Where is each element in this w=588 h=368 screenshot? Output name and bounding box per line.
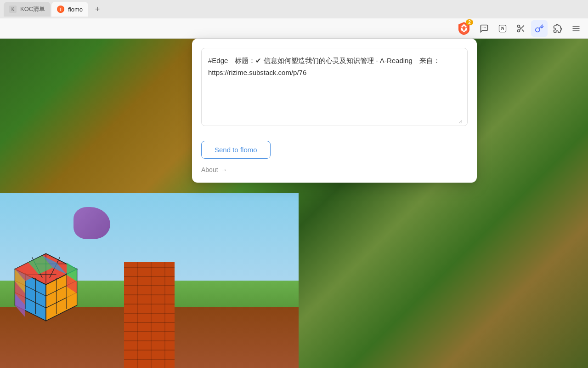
toolbar: 2 N <box>0 18 588 39</box>
notion-icon: N <box>498 24 507 33</box>
svg-line-36 <box>520 27 521 28</box>
svg-line-35 <box>522 29 524 32</box>
key-icon <box>535 24 544 33</box>
browser-chrome: K KOC清单 f flomo + <box>0 0 588 39</box>
svg-point-33 <box>518 29 520 32</box>
tab-koc-favicon: K <box>9 6 17 13</box>
brick-wall <box>124 262 175 368</box>
tab-flomo-favicon: f <box>57 6 64 13</box>
tab-koc-label: KOC清单 <box>20 5 45 13</box>
resize-handle[interactable]: ⊿ <box>458 119 465 125</box>
flomo-popup: #Edge 标题：✔ 信息如何塑造我们的心灵及知识管理 - Λ-Reading … <box>192 39 477 183</box>
new-tab-icon: + <box>95 5 100 14</box>
menu-icon <box>571 24 581 33</box>
extensions-button[interactable] <box>549 20 566 37</box>
game-area <box>0 193 299 368</box>
tab-flomo[interactable]: f flomo <box>51 2 88 17</box>
toolbar-divider <box>450 24 450 33</box>
flomo-textarea[interactable]: #Edge 标题：✔ 信息如何塑造我们的心灵及知识管理 - Λ-Reading … <box>201 48 468 126</box>
svg-text:f: f <box>60 7 62 12</box>
tab-koc[interactable]: K KOC清单 <box>4 2 51 17</box>
svg-point-32 <box>518 25 520 27</box>
send-to-flomo-button[interactable]: Send to flomo <box>201 141 271 159</box>
menu-button[interactable] <box>568 20 584 37</box>
brave-badge: 2 <box>466 19 473 25</box>
chat-icon <box>480 24 489 33</box>
puzzle-icon <box>553 24 562 33</box>
about-arrow-icon: → <box>221 166 227 173</box>
rubiks-cube <box>5 248 87 331</box>
tab-flomo-label: flomo <box>68 6 83 13</box>
chat-button[interactable] <box>476 20 492 37</box>
notion-button[interactable]: N <box>494 20 511 37</box>
about-label: About <box>201 166 218 173</box>
scissors-button[interactable] <box>513 20 529 37</box>
send-button-label: Send to flomo <box>215 146 257 154</box>
key-button[interactable] <box>531 20 548 37</box>
tab-bar: K KOC清单 f flomo + <box>0 0 588 18</box>
about-link[interactable]: About → <box>201 166 468 173</box>
scissors-icon <box>516 24 526 33</box>
svg-text:N: N <box>501 26 504 31</box>
brave-shield-button[interactable]: 2 <box>454 18 474 39</box>
new-tab-button[interactable]: + <box>91 3 104 16</box>
